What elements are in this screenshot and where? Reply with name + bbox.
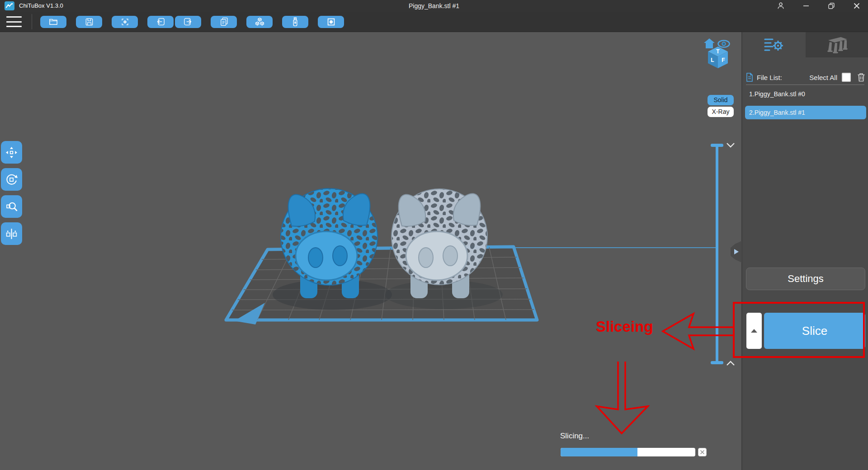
xray-view-button[interactable]: X-Ray bbox=[708, 107, 734, 117]
file-icon bbox=[746, 73, 753, 82]
collapse-arrow-icon bbox=[734, 249, 739, 255]
file-row-1-selected[interactable]: 2.Piggy_Bank.stl #1 bbox=[745, 106, 866, 119]
copy-model-button[interactable] bbox=[211, 16, 237, 28]
cancel-slicing-button[interactable] bbox=[698, 448, 707, 456]
screenshot-button[interactable] bbox=[318, 16, 344, 28]
resin-settings-button[interactable] bbox=[282, 16, 308, 28]
chevron-up-icon[interactable] bbox=[726, 360, 736, 368]
undo-button[interactable] bbox=[147, 16, 174, 28]
capture-frame-icon bbox=[121, 18, 129, 26]
slicing-status-text: Slicing... bbox=[560, 432, 589, 441]
panel-tabbar bbox=[742, 32, 868, 57]
close-button[interactable] bbox=[852, 1, 862, 11]
file-list-divider bbox=[746, 85, 864, 85]
move-model-button[interactable] bbox=[1, 141, 22, 164]
save-file-button[interactable] bbox=[76, 16, 102, 28]
move-icon bbox=[5, 146, 18, 159]
undo-arrow-icon bbox=[156, 18, 165, 26]
model-tools bbox=[1, 141, 22, 245]
restore-button[interactable] bbox=[826, 1, 836, 11]
document-title: Piggy_Bank.stl #1 bbox=[0, 0, 868, 12]
mirror-icon bbox=[5, 228, 18, 240]
redo-arrow-icon bbox=[184, 18, 193, 26]
layer-slider-track[interactable] bbox=[716, 146, 718, 362]
cancel-x-icon bbox=[700, 450, 705, 455]
progress-fill bbox=[561, 448, 637, 456]
menu-icon[interactable] bbox=[6, 16, 23, 27]
capture-area-button[interactable] bbox=[112, 16, 138, 28]
cube-face-top-label: T bbox=[716, 48, 720, 55]
resin-bottle-icon bbox=[292, 17, 298, 27]
model-piggy-bank-0[interactable] bbox=[273, 188, 392, 310]
viewport-3d-scene[interactable] bbox=[0, 0, 741, 470]
mirror-model-button[interactable] bbox=[1, 222, 22, 245]
delete-files-button[interactable] bbox=[857, 73, 865, 82]
slice-expand-button[interactable] bbox=[746, 313, 762, 349]
tab-slice-settings[interactable] bbox=[742, 32, 806, 57]
scale-model-button[interactable] bbox=[1, 195, 22, 218]
trash-icon bbox=[857, 73, 865, 82]
file-row-0[interactable]: 1.Piggy_Bank.stl #0 bbox=[745, 87, 866, 101]
file-list-label: File List: bbox=[757, 74, 782, 81]
cube-face-front-label: F bbox=[722, 57, 725, 63]
settings-button[interactable]: Settings bbox=[746, 268, 865, 290]
titlebar: ChiTuBox V1.3.0 Piggy_Bank.stl #1 bbox=[0, 0, 868, 12]
slider-top-handle[interactable] bbox=[711, 144, 723, 147]
slice-button[interactable]: Slice bbox=[764, 313, 865, 349]
arrange-cubes-icon bbox=[255, 17, 264, 26]
open-file-button[interactable] bbox=[40, 16, 66, 28]
rotate-icon bbox=[5, 174, 18, 186]
chitubox-window: ChiTuBox V1.3.0 Piggy_Bank.stl #1 bbox=[0, 0, 868, 470]
rotate-model-button[interactable] bbox=[1, 168, 22, 191]
cube-face-left-label: L bbox=[711, 57, 714, 63]
slider-bottom-handle[interactable] bbox=[711, 361, 723, 364]
toolbar-separator bbox=[32, 14, 32, 29]
scale-icon bbox=[5, 201, 18, 213]
view-cube[interactable]: T L F bbox=[706, 46, 730, 69]
support-settings-icon bbox=[825, 36, 850, 54]
user-account-icon[interactable] bbox=[776, 1, 786, 11]
model-piggy-bank-1[interactable] bbox=[385, 189, 503, 309]
open-folder-icon bbox=[48, 18, 58, 26]
triangle-up-icon bbox=[751, 329, 757, 333]
select-all-label: Select All bbox=[809, 74, 837, 81]
slice-settings-icon bbox=[764, 37, 784, 53]
minimize-button[interactable] bbox=[801, 1, 811, 11]
annotation-callout-text: Sliceing bbox=[596, 318, 653, 335]
slicing-progress-bar bbox=[561, 448, 695, 456]
copy-icon bbox=[220, 17, 228, 26]
right-panel: File List: Select All 1.Piggy_Bank.stl #… bbox=[741, 32, 868, 470]
auto-arrange-button[interactable] bbox=[246, 16, 273, 28]
redo-button[interactable] bbox=[175, 16, 201, 28]
file-list-header: File List: Select All bbox=[746, 70, 865, 84]
solid-view-button[interactable]: Solid bbox=[708, 95, 734, 105]
chevron-down-icon[interactable] bbox=[726, 142, 736, 150]
save-icon bbox=[85, 18, 94, 26]
screenshot-icon bbox=[327, 18, 335, 26]
tab-support-settings[interactable] bbox=[806, 32, 868, 57]
select-all-checkbox[interactable] bbox=[842, 73, 851, 82]
main-toolbar bbox=[0, 12, 868, 32]
